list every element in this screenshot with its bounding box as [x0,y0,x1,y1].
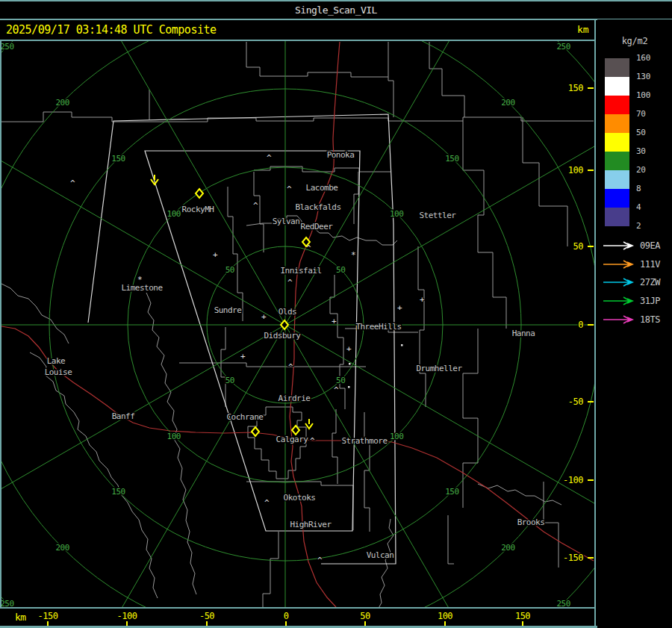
range-ring-label: 200 [55,543,69,553]
county-boundary-line [254,172,264,252]
colorbar-value: 100 [636,90,650,101]
radar-site-diamond-icon [252,427,259,436]
colorbar-swatch [605,114,629,133]
map-frame: 5050505010010010010015015015015020020020… [0,40,596,609]
colorbar-value: 30 [636,146,646,157]
county-boundary-line [448,515,454,564]
colorbar-swatch [605,152,629,170]
range-ring-label: 150 [445,154,458,164]
town-marker-^: ^ [317,556,323,565]
radar-arrow-icon [602,241,636,250]
county-boundary-line [246,42,388,77]
city-label-okotoks: Okotoks [284,493,316,503]
county-boundary-line [418,246,426,407]
county-boundary-line [263,532,279,607]
y-tick-label: -50 [568,397,583,407]
range-ring-label: 150 [111,487,125,497]
colorbar-unit: kg/m2 [597,36,672,46]
city-label-hanna: Hanna [512,329,535,338]
town-marker-+: + [420,295,425,305]
town-marker-^: ^ [287,278,293,287]
x-tick-label: 0 [284,611,289,621]
colorbar-swatch [605,208,629,226]
range-ring-label: 200 [501,543,514,553]
window-title: Single_Scan_VIL [295,4,377,16]
county-boundary-line [523,117,567,246]
city-label-calgary: Calgary [276,435,309,444]
radar-site-legend-row: 111V [602,259,660,270]
azimuth-spoke-line [285,325,594,549]
colorbar-swatch [605,189,629,208]
county-boundary-line [354,172,358,224]
colorbar-swatch [605,96,629,114]
town-marker-^: ^ [287,184,292,194]
x-axis: km -150-100-50050100150 [0,609,594,626]
town-marker-*: * [351,250,355,260]
town-marker-+: + [240,352,246,361]
town-marker-^: ^ [253,201,258,211]
radar-site-id: 18TS [640,314,660,325]
range-ring-label: 50 [225,376,234,385]
radar-arrow-icon [602,315,636,324]
city-label-rockymh: RockyMH [182,205,214,214]
radar-site-id: 27ZW [640,277,660,287]
city-label-olds: Olds [279,307,297,317]
range-ring-label: 150 [445,487,458,497]
town-marker-^: ^ [264,498,270,508]
colorbar-value: 50 [636,128,646,138]
y-tick-label: -150 [563,553,583,563]
radar-site-id: 111V [640,259,660,270]
range-ring-label: 150 [111,154,125,164]
y-tick-label: 150 [568,83,583,93]
range-ring-label: 250 [1,599,14,607]
city-label-sundre: Sundre [214,305,242,315]
x-tick [47,621,49,626]
x-tick [364,621,366,626]
colorbar-value: 20 [636,165,646,175]
range-ring-label: 100 [390,432,403,441]
city-label-lake: Lake [47,356,66,366]
range-ring-label: 200 [55,98,69,108]
city-label-vulcan: Vulcan [367,550,394,560]
town-marker-+: + [346,344,352,354]
radar-pointer-arrow-icon [151,175,158,184]
city-label-sylvan: Sylvan [273,217,300,226]
range-ring-label: 250 [556,599,570,607]
town-marker-^: ^ [267,153,272,163]
county-boundary-line [374,519,393,607]
range-ring-label: 100 [167,209,181,219]
city-label-didsbury: Didsbury [264,331,302,341]
azimuth-spoke-line [61,325,285,607]
radar-coverage-outline [88,114,396,564]
map-canvas[interactable]: 5050505010010010010015015015015020020020… [1,41,594,607]
colorbar-value: 70 [636,109,646,119]
city-label-ponoka: Ponoka [327,150,355,160]
colorbar-swatch [605,77,629,96]
town-dot-marker [349,363,351,365]
y-tick-label: 100 [568,165,583,175]
town-marker-^: ^ [334,385,339,395]
colorbar-value: 4 [636,202,641,213]
x-tick [522,621,523,626]
county-boundary-line [146,293,196,594]
county-boundary-line [463,121,506,329]
county-boundary-line [221,327,225,407]
colorbar-swatch [605,133,629,152]
county-boundary-line [429,42,464,117]
x-tick-label: 150 [515,611,530,621]
radar-site-legend-row: 18TS [602,314,660,325]
city-label-louise: Louise [45,367,72,377]
county-boundary-line [30,352,158,598]
y-tick-label: 0 [578,320,583,330]
county-boundary-line [364,412,370,532]
x-tick [444,621,446,626]
radar-site-id: 31JP [640,296,660,306]
city-label-innisfail: Innisfail [280,266,321,276]
radar-site-legend-row: 09EA [602,240,660,251]
radar-site-legend-row: 31JP [602,296,660,306]
city-label-airdrie: Airdrie [279,394,311,403]
legend-panel: kg/m2 1601301007050302084209EA111V27ZW31… [597,19,672,628]
city-label-reddeer: RedDeer [301,222,334,231]
county-boundary-line [228,187,243,321]
town-marker-+: + [261,312,267,322]
